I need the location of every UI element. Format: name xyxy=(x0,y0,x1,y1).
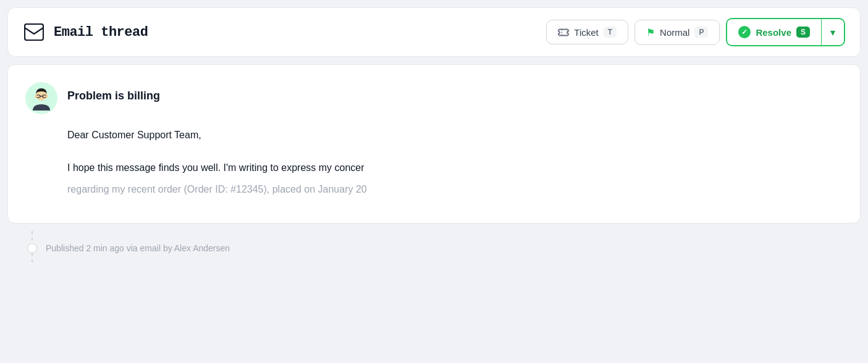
avatar xyxy=(25,82,57,114)
email-card: Problem is billing Dear Customer Support… xyxy=(7,64,861,223)
action-buttons: Ticket T ⚑ Normal P ✓ Resolve S ▾ xyxy=(546,18,845,46)
email-icon xyxy=(23,21,45,43)
normal-button[interactable]: ⚑ Normal P xyxy=(634,20,720,45)
title-section: Email thread xyxy=(23,21,536,43)
ticket-label: Ticket xyxy=(574,27,598,38)
email-greeting: Dear Customer Support Team, xyxy=(67,127,843,143)
svg-point-8 xyxy=(46,95,48,98)
ticket-button[interactable]: Ticket T xyxy=(546,20,628,44)
flag-icon: ⚑ xyxy=(646,27,655,38)
published-status: Published 2 min ago via email by Alex An… xyxy=(46,243,230,253)
top-bar: Email thread Ticket T ⚑ Normal P ✓ Resol… xyxy=(7,7,861,57)
ticket-shortcut: T xyxy=(604,27,617,38)
email-body-line2: I hope this message finds you well. I'm … xyxy=(67,159,843,176)
page-title: Email thread xyxy=(54,25,148,40)
timeline-dot xyxy=(27,243,37,253)
bottom-section: Published 2 min ago via email by Alex An… xyxy=(7,231,861,265)
resolve-label: Resolve xyxy=(756,27,791,38)
email-body-line3: regarding my recent order (Order ID: #12… xyxy=(67,181,843,198)
chevron-down-icon: ▾ xyxy=(830,27,835,38)
resolve-button-group: ✓ Resolve S ▾ xyxy=(726,18,845,46)
resolve-user-badge: S xyxy=(796,27,810,38)
normal-label: Normal xyxy=(660,27,689,38)
email-subject: Problem is billing xyxy=(67,82,160,102)
resolve-check-icon: ✓ xyxy=(738,26,751,38)
svg-rect-0 xyxy=(25,24,43,40)
resolve-chevron-button[interactable]: ▾ xyxy=(822,20,844,44)
email-header: Problem is billing xyxy=(25,82,843,114)
email-body: Dear Customer Support Team, I hope this … xyxy=(25,127,843,198)
resolve-button[interactable]: ✓ Resolve S xyxy=(727,20,821,44)
normal-shortcut: P xyxy=(694,27,708,38)
svg-point-7 xyxy=(35,95,37,98)
ticket-icon xyxy=(558,27,569,37)
